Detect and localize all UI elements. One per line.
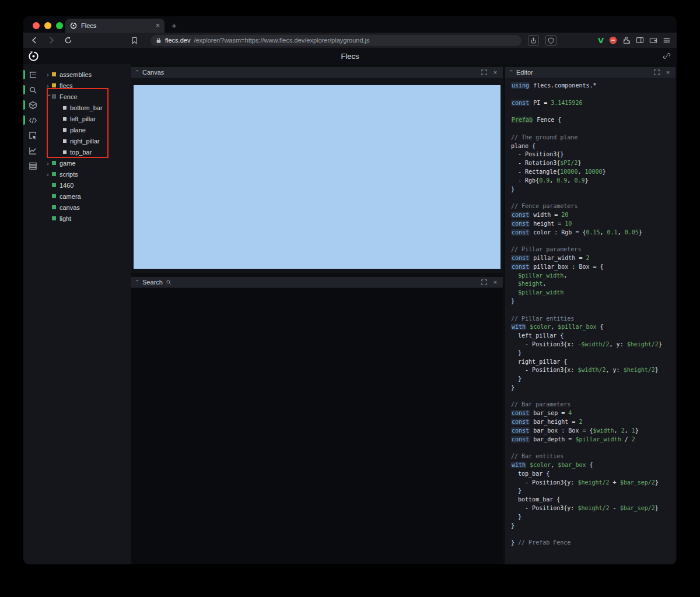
3d-viewport[interactable] [134,85,501,269]
zoom-window-button[interactable] [56,22,63,29]
search-panel: › Search × [131,277,503,564]
entity-tree-icon[interactable] [23,67,42,82]
extension-icons: V [598,36,671,45]
browser-window: Flecs × + flecs.dev/explorer/?wasm=https… [23,16,677,564]
tree-item-light[interactable]: light [42,213,131,224]
browser-tab[interactable]: Flecs × [65,19,164,33]
close-panel-icon[interactable]: × [491,278,499,286]
extension-red-icon[interactable] [609,36,617,44]
collapse-chevron-icon[interactable]: › [134,280,141,285]
bookmark-icon[interactable] [129,35,139,45]
extensions-puzzle-icon[interactable] [622,36,631,44]
sidebar-toggle-icon[interactable] [636,36,644,44]
cube-icon[interactable] [23,97,42,113]
tree-item-game[interactable]: ›game [42,157,131,168]
menu-icon[interactable] [663,36,671,44]
back-button[interactable] [29,35,40,45]
shield-icon[interactable] [545,35,556,46]
canvas-body [131,78,503,273]
canvas-panel-title: Canvas [142,69,164,76]
flecs-logo-icon[interactable] [28,51,39,62]
tree-item-canvas[interactable]: canvas [42,202,131,213]
reload-button[interactable] [63,35,74,45]
url-bar[interactable]: flecs.dev/explorer/?wasm=https://www.fle… [150,35,522,46]
expand-panel-icon[interactable] [480,278,488,286]
tree-item-Fence[interactable]: ›Fence [42,91,131,102]
extension-v-icon[interactable]: V [598,36,604,45]
code-icon[interactable] [23,113,42,128]
close-window-button[interactable] [33,22,40,29]
search-magnifier-icon [166,279,172,285]
new-tab-button[interactable]: + [172,20,177,30]
close-panel-icon[interactable]: × [491,68,499,76]
tab-close-icon[interactable]: × [156,22,160,29]
canvas-panel-header: › Canvas × [131,67,503,78]
lock-icon [156,37,162,44]
wallet-icon[interactable] [649,36,657,44]
tree-item-camera[interactable]: camera [42,191,131,202]
url-domain: flecs.dev [165,37,190,44]
entity-tree: ›assemblies›flecs›Fencebottom_barleft_pi… [42,64,131,564]
share-button[interactable] [528,35,539,46]
collapse-chevron-icon[interactable]: › [134,70,141,75]
app-title: Flecs [23,52,677,61]
editor-panel: › Editor × using flecs.components.* cons… [505,67,676,564]
editor-panel-title: Editor [516,69,533,76]
close-panel-icon[interactable]: × [664,68,672,76]
main-area: ›assemblies›flecs›Fencebottom_barleft_pi… [23,64,677,564]
browser-toolbar: flecs.dev/explorer/?wasm=https://www.fle… [23,33,677,48]
tree-item-plane[interactable]: plane [42,124,131,135]
tab-strip: Flecs × + [23,16,677,33]
search-icon[interactable] [23,82,42,97]
minimize-window-button[interactable] [44,22,51,29]
editor-panel-header: › Editor × [505,67,676,78]
expand-panel-icon[interactable] [653,68,661,76]
tree-item-flecs[interactable]: ›flecs [42,80,131,91]
tree-item-1460[interactable]: 1460 [42,180,131,191]
url-path: /explorer/?wasm=https://www.flecs.dev/ex… [194,37,369,44]
forward-button[interactable] [46,35,57,45]
inspect-icon[interactable] [23,128,42,143]
stats-icon[interactable] [23,158,42,173]
tree-item-bottom_bar[interactable]: bottom_bar [42,102,131,113]
tree-item-scripts[interactable]: ›scripts [42,168,131,180]
canvas-panel: › Canvas × [131,67,503,273]
tab-title: Flecs [81,22,152,29]
editor-code[interactable]: using flecs.components.* const PI = 3.14… [505,78,676,564]
tree-item-right_pillar[interactable]: right_pillar [42,135,131,146]
search-panel-header: › Search × [131,277,503,287]
tree-item-left_pillar[interactable]: left_pillar [42,113,131,124]
search-results-area [131,288,503,564]
app-header: Flecs [23,48,677,64]
tab-favicon-flecs-logo-icon [70,22,77,29]
collapse-chevron-icon[interactable]: › [508,70,514,75]
link-icon[interactable] [663,52,671,60]
tree-item-assemblies[interactable]: ›assemblies [42,69,131,80]
traffic-lights [33,22,63,29]
expand-panel-icon[interactable] [480,68,488,76]
search-panel-title: Search [142,279,163,286]
chart-icon[interactable] [23,143,42,158]
tree-item-top_bar[interactable]: top_bar [42,146,131,157]
icon-sidebar [23,64,42,564]
